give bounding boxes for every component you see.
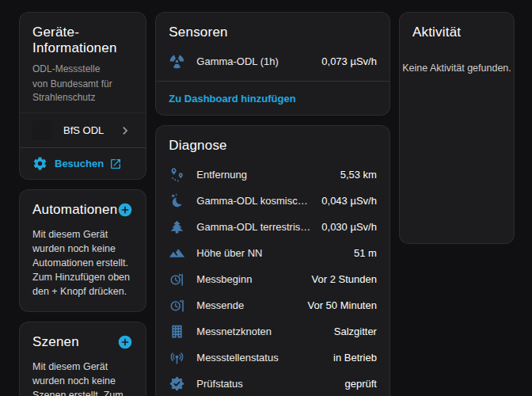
diagnostic-row-cosmic[interactable]: Gamma-ODL kosmisc… 0,043 µSv/h [156,188,390,214]
diagnostic-value: geprüft [344,378,376,390]
diagnostic-label: Gamma-ODL terrestris… [196,221,310,233]
office-building-icon [169,323,185,340]
integration-row[interactable]: BfS ODL [20,112,146,147]
diagnostic-value: 0,043 µSv/h [321,195,377,207]
diagnostics-title: Diagnose [169,138,226,154]
diagnostic-value: 5,53 km [340,169,377,181]
automations-title: Automationen [32,202,117,218]
sensors-footer: Zu Dashboard hinzufügen [156,81,390,115]
mountains-icon [169,245,185,261]
diagnostic-label: Prüfstatus [196,378,333,390]
activity-header: Aktivität [400,13,514,45]
left-column: Geräte-Informationen ODL-Messstelle von … [19,12,146,396]
device-manufacturer: von Bundesamt für Strahlenschutz [20,76,146,105]
radioactive-icon [169,53,185,70]
visit-link[interactable]: Besuchen [55,158,122,170]
add-automation-button[interactable] [117,202,133,218]
right-column: Aktivität Keine Aktivität gefunden. [399,12,515,396]
scenes-header: Szenen [20,322,146,355]
device-info-card: Geräte-Informationen ODL-Messstelle von … [19,12,146,180]
weather-night-icon [169,192,185,209]
sensor-value: 0,073 µSv/h [321,55,377,67]
diagnostic-row-terrestrial[interactable]: Gamma-ODL terrestris… 0,030 µSv/h [156,214,390,240]
diagnostic-value: 0,030 µSv/h [321,221,377,233]
diagnostic-row-distance[interactable]: Entfernung 5,53 km [156,162,390,188]
clock-start-icon [169,271,185,287]
device-page: Geräte-Informationen ODL-Messstelle von … [0,0,532,396]
scenes-empty-text: Mit diesem Gerät wurden noch keine Szene… [20,355,146,396]
automations-header: Automationen [20,190,146,223]
activity-card: Aktivität Keine Aktivität gefunden. [399,12,515,244]
add-scene-button[interactable] [117,334,133,350]
device-model: ODL-Messstelle [20,61,146,76]
sensors-title: Sensoren [169,25,227,40]
activity-empty-text: Keine Aktivität gefunden. [400,45,514,74]
chevron-right-icon [117,123,133,139]
diagnostic-row-measure-start[interactable]: Messbeginn Vor 2 Stunden [156,266,390,292]
diagnostic-value: in Betrieb [333,352,377,364]
visit-label: Besuchen [55,158,104,169]
diagnostic-label: Messstellenstatus [196,352,322,364]
device-info-title: Geräte-Informationen [32,25,133,56]
diagnostics-card: Diagnose Entfernung 5,53 km Gamma-ODL ko… [155,125,390,396]
automations-empty-text: Mit diesem Gerät wurden noch keine Autom… [20,223,146,311]
sensor-row-gamma-odl[interactable]: Gamma-ODL (1h) 0,073 µSv/h [156,48,390,74]
sensor-label: Gamma-ODL (1h) [196,55,310,67]
add-to-dashboard-link[interactable]: Zu Dashboard hinzufügen [169,93,295,105]
diagnostic-row-measure-end[interactable]: Messende Vor 50 Minuten [156,292,390,318]
diagnostic-label: Entfernung [196,169,329,181]
diagnostic-label: Messbeginn [196,273,300,285]
scenes-title: Szenen [32,334,79,350]
device-actions-row: Besuchen [20,147,146,179]
diagnostic-row-network-node[interactable]: Messnetzknoten Salzgitter [156,318,390,345]
pine-tree-icon [169,219,185,235]
device-info-header: Geräte-Informationen [20,13,146,61]
clock-end-icon [169,297,185,314]
scenes-card: Szenen Mit diesem Gerät wurden noch kein… [19,322,146,396]
integration-logo [32,120,52,140]
broadcast-icon [169,349,185,366]
diagnostic-label: Messnetzknoten [196,326,322,337]
open-in-new-icon [109,158,122,170]
sensor-rows: Gamma-ODL (1h) 0,073 µSv/h [156,45,390,81]
plus-circle-icon [117,334,133,350]
integration-name: BfS ODL [63,124,104,136]
diagnostic-rows: Entfernung 5,53 km Gamma-ODL kosmisc… 0,… [156,158,390,396]
diagnostic-value: Vor 2 Stunden [312,273,377,285]
middle-column: Sensoren Gamma-ODL (1h) 0,073 µSv/h Zu D… [155,12,390,396]
map-marker-distance-icon [169,166,185,183]
diagnostic-value: Salzgitter [334,326,377,337]
diagnostic-row-check-status[interactable]: Prüfstatus geprüft [156,371,390,396]
diagnostic-row-station-status[interactable]: Messstellenstatus in Betrieb [156,345,390,371]
check-decagram-icon [169,375,185,392]
plus-circle-icon [117,202,133,218]
sensors-card: Sensoren Gamma-ODL (1h) 0,073 µSv/h Zu D… [155,12,390,116]
diagnostic-label: Höhe über NN [196,247,343,259]
activity-title: Aktivität [412,25,461,40]
diagnostic-label: Messende [196,299,296,311]
diagnostic-label: Gamma-ODL kosmisc… [196,195,310,207]
diagnostic-row-altitude[interactable]: Höhe über NN 51 m [156,240,390,266]
sensors-header: Sensoren [156,13,390,45]
diagnostics-header: Diagnose [156,126,390,158]
diagnostic-value: Vor 50 Minuten [308,299,377,311]
gear-icon[interactable] [32,156,48,171]
automations-card: Automationen Mit diesem Gerät wurden noc… [19,189,146,312]
diagnostic-value: 51 m [354,247,377,259]
